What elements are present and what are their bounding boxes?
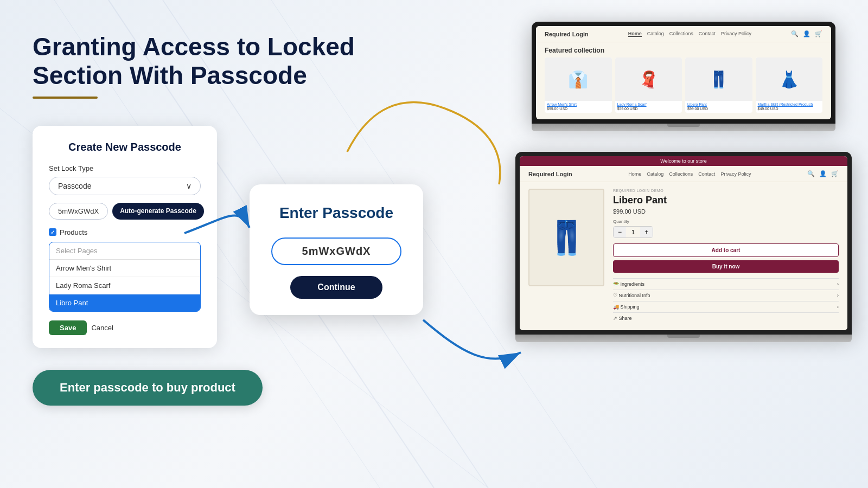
- quantity-decrease[interactable]: −: [614, 227, 626, 237]
- product-name-scarf[interactable]: Lady Roma Scarf: [615, 101, 682, 107]
- quantity-increase[interactable]: +: [640, 227, 653, 237]
- store-nav-links: Home Catalog Collections Contact Privacy…: [628, 31, 751, 37]
- nav-link-home[interactable]: Home: [628, 31, 642, 37]
- product-laptop-notch: [667, 335, 700, 338]
- page-title: Granting Access to Locked Section With P…: [33, 33, 380, 90]
- cancel-button[interactable]: Cancel: [91, 320, 113, 335]
- products-grid: 👔 Arrow Men's Shirt $99.00 USD 🧣 Lady Ro…: [536, 57, 831, 119]
- store-nav: Required Login Home Catalog Collections …: [536, 26, 831, 42]
- product-name-pant[interactable]: Libero Pant: [685, 101, 752, 107]
- passcode-display: 5mWxGWdX: [271, 237, 401, 265]
- create-passcode-panel: Create New Passcode Set Lock Type Passco…: [33, 126, 217, 348]
- accordion-label: 🥗 Ingredients: [613, 281, 644, 287]
- product-store-logo: Required Login: [528, 171, 572, 177]
- product-img-skirt: 👗: [756, 57, 823, 101]
- chevron-right-icon: ›: [837, 281, 839, 287]
- accordion-label: ♡ Nutritional Info: [613, 293, 650, 298]
- product-item[interactable]: Lady Roma Scarf: [49, 277, 200, 294]
- products-list: Select Pages Arrow Men's Shirt Lady Roma…: [49, 242, 201, 312]
- pnav-link-privacy[interactable]: Privacy Policy: [720, 171, 751, 177]
- product-store-nav: Required Login Home Catalog Collections …: [520, 166, 847, 182]
- product-nav-icons: 🔍 👤 🛒: [807, 170, 839, 177]
- accordion-share[interactable]: ↗ Share: [613, 312, 839, 324]
- products-checkbox-label: Products: [60, 228, 87, 236]
- pnav-link-collections[interactable]: Collections: [669, 171, 693, 177]
- laptop-notch: [667, 124, 700, 127]
- product-card-shirt: 👔 Arrow Men's Shirt $99.00 USD: [545, 57, 612, 113]
- products-checkbox-row: Products: [49, 228, 201, 236]
- nav-link-privacy[interactable]: Privacy Policy: [721, 31, 751, 37]
- product-card-scarf: 🧣 Lady Roma Scarf $59.00 USD: [615, 57, 682, 113]
- panel-title: Create New Passcode: [49, 141, 201, 153]
- nav-link-collections[interactable]: Collections: [669, 31, 693, 37]
- product-nav-links: Home Catalog Collections Contact Privacy…: [628, 171, 751, 177]
- product-item[interactable]: Arrow Men's Shirt: [49, 260, 200, 277]
- pnav-link-contact[interactable]: Contact: [698, 171, 715, 177]
- continue-button[interactable]: Continue: [290, 276, 382, 299]
- product-price-shirt: $99.00 USD: [545, 107, 612, 113]
- product-price-scarf: $59.00 USD: [615, 107, 682, 113]
- quantity-label: Quantity: [613, 219, 839, 224]
- action-buttons: Save Cancel: [49, 320, 201, 335]
- product-screen-inner: Welcome to our store Required Login Home…: [520, 156, 847, 330]
- accordion-label: ↗ Share: [613, 316, 632, 321]
- lock-type-label: Set Lock Type: [49, 164, 201, 172]
- enter-passcode-modal: Enter Passcode 5mWxGWdX Continue: [250, 184, 423, 315]
- passcode-row: 5mWxGWdX Auto-generate Passcode: [49, 203, 201, 220]
- store-nav-icons: 🔍 👤 🛒: [791, 30, 822, 37]
- accordion-label: 🚚 Shipping: [613, 304, 640, 310]
- lock-type-select[interactable]: Passcode ∨: [49, 177, 201, 195]
- desktop-screen-inner: Required Login Home Catalog Collections …: [536, 26, 831, 119]
- product-name-skirt[interactable]: Martha Skirt (Restricted Product): [756, 101, 823, 107]
- quantity-control: − 1 +: [613, 226, 653, 238]
- product-cart-icon[interactable]: 🛒: [831, 170, 839, 177]
- accordion-nutritional[interactable]: ♡ Nutritional Info ›: [613, 290, 839, 301]
- product-img-pant: 👖: [685, 57, 752, 101]
- search-icon[interactable]: 🔍: [791, 30, 799, 37]
- auto-generate-button[interactable]: Auto-generate Passcode: [112, 203, 204, 220]
- cta-button[interactable]: Enter passcode to buy product: [33, 370, 263, 406]
- title-underline: [33, 97, 98, 99]
- product-img-scarf: 🧣: [615, 57, 682, 101]
- product-screen: Welcome to our store Required Login Home…: [515, 152, 852, 335]
- product-detail-price: $99.00 USD: [613, 208, 839, 215]
- buy-now-button[interactable]: Buy it now: [613, 260, 839, 273]
- featured-title: Featured collection: [536, 42, 831, 57]
- nav-link-catalog[interactable]: Catalog: [647, 31, 664, 37]
- chevron-right-icon: ›: [837, 304, 839, 310]
- product-card-skirt: 👗 Martha Skirt (Restricted Product) $49.…: [756, 57, 823, 113]
- chevron-down-icon: ∨: [186, 182, 192, 190]
- product-name-shirt[interactable]: Arrow Men's Shirt: [545, 101, 612, 107]
- save-button[interactable]: Save: [49, 320, 87, 335]
- product-store-mockup: Welcome to our store Required Login Home…: [515, 152, 852, 342]
- product-user-icon[interactable]: 👤: [819, 170, 827, 177]
- cart-icon[interactable]: 🛒: [815, 30, 822, 37]
- store-logo: Required Login: [545, 31, 589, 37]
- chevron-right-icon: ›: [837, 293, 839, 298]
- desktop-screen: Required Login Home Catalog Collections …: [532, 22, 835, 124]
- welcome-banner: Welcome to our store: [520, 156, 847, 166]
- add-to-cart-button[interactable]: Add to cart: [613, 243, 839, 257]
- accordion-shipping[interactable]: 🚚 Shipping ›: [613, 301, 839, 312]
- product-price-pant: $99.00 USD: [685, 107, 752, 113]
- product-search-icon[interactable]: 🔍: [807, 170, 815, 177]
- pnav-link-catalog[interactable]: Catalog: [647, 171, 663, 177]
- product-laptop-base: [515, 335, 852, 342]
- products-checkbox[interactable]: [49, 228, 56, 236]
- product-img-shirt: 👔: [545, 57, 612, 101]
- product-card-pant: 👖 Libero Pant $99.00 USD: [685, 57, 752, 113]
- product-detail-name: Libero Pant: [613, 195, 839, 206]
- product-detail-layout: 👖 REQUIRED LOGIN DEMO Libero Pant $99.00…: [520, 182, 847, 330]
- pnav-link-home[interactable]: Home: [628, 171, 641, 177]
- user-icon[interactable]: 👤: [803, 30, 810, 37]
- accordion-ingredients[interactable]: 🥗 Ingredients ›: [613, 278, 839, 290]
- modal-title: Enter Passcode: [271, 204, 401, 222]
- product-detail-image: 👖: [528, 189, 604, 286]
- select-pages-placeholder[interactable]: Select Pages: [49, 242, 200, 260]
- desktop-store-mockup: Required Login Home Catalog Collections …: [532, 22, 835, 131]
- nav-link-contact[interactable]: Contact: [699, 31, 716, 37]
- lock-type-value: Passcode: [58, 182, 91, 190]
- quantity-value: 1: [626, 227, 640, 237]
- product-item-selected[interactable]: Libro Pant: [49, 294, 200, 311]
- passcode-input[interactable]: 5mWxGWdX: [49, 203, 108, 220]
